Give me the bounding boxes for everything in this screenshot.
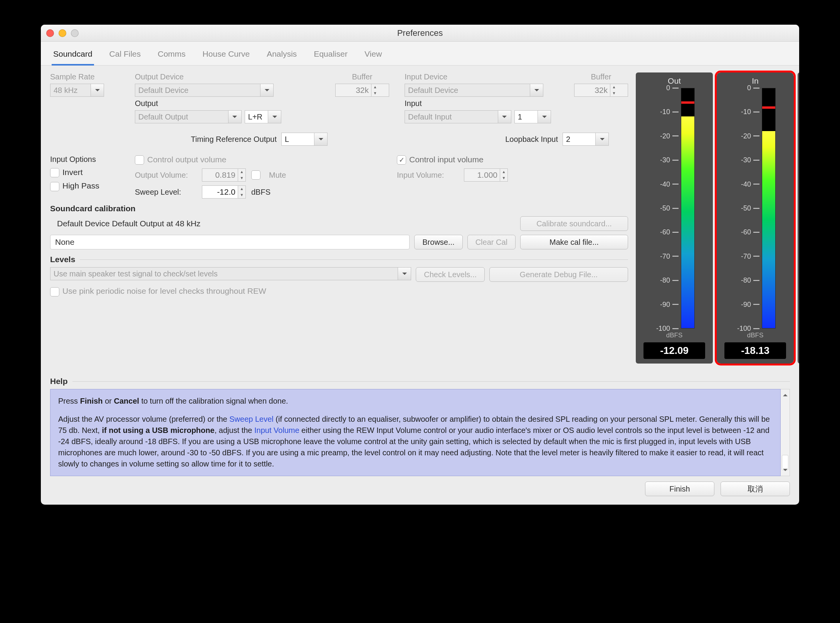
output-channel-select[interactable]: L+R [245, 110, 281, 123]
meters-panel: Out 0-10-20-30-40-50-60-70-80-90-100 dBF… [636, 72, 799, 364]
help-text: Press Finish or Cancel to turn off the c… [50, 389, 781, 476]
tab-house-curve[interactable]: House Curve [201, 47, 252, 65]
control-input-volume-checkbox[interactable] [397, 155, 406, 165]
meter-in-readout: -18.13 [724, 342, 786, 359]
soundcard-calibration-title: Soundcard calibration [50, 204, 628, 213]
cancel-button[interactable]: 取消 [721, 482, 790, 496]
calibrate-soundcard-button[interactable]: Calibrate soundcard... [520, 216, 628, 231]
sweep-level-label: Sweep Level: [135, 188, 197, 197]
input-device-select[interactable]: Default Device [405, 84, 543, 97]
meter-in: In 0-10-20-30-40-50-60-70-80-90-100 dBFS… [717, 72, 794, 364]
sweep-level-input[interactable]: -12.0▲▼ [202, 185, 246, 199]
invert-label: Invert [62, 168, 83, 177]
pink-noise-checkbox[interactable] [50, 287, 59, 296]
titlebar[interactable]: Preferences [41, 25, 799, 42]
meter-out: Out 0-10-20-30-40-50-60-70-80-90-100 dBF… [636, 72, 713, 364]
invert-checkbox[interactable] [50, 168, 59, 177]
calibration-file-input[interactable]: None [50, 235, 410, 249]
scroll-up-icon[interactable] [783, 392, 788, 396]
timing-ref-select[interactable]: L [281, 133, 328, 146]
finish-button[interactable]: Finish [645, 482, 714, 496]
window-title: Preferences [41, 28, 799, 38]
buffer-in-label: Buffer [574, 72, 628, 81]
input-select[interactable]: Default Input [405, 110, 511, 123]
input-device-label: Input Device [405, 72, 551, 81]
input-options-label: Input Options [50, 155, 127, 164]
output-label: Output [135, 99, 281, 108]
buffer-out-label: Buffer [335, 72, 389, 81]
levels-title: Levels [50, 255, 628, 264]
output-select[interactable]: Default Output [135, 110, 242, 123]
sample-rate-label: Sample Rate [50, 72, 127, 81]
tab-cal-files[interactable]: Cal Files [108, 47, 143, 65]
help-scrollbar[interactable] [781, 389, 790, 476]
meter-ref: Ref In 0-10-20-30-40-50-60-70-80-90-100 … [798, 72, 799, 364]
loopback-select[interactable]: 2 [563, 133, 609, 146]
buffer-out-input[interactable]: 32k ▲▼ [335, 84, 389, 97]
highpass-label: High Pass [62, 181, 99, 190]
buffer-in-input[interactable]: 32k ▲▼ [574, 84, 628, 97]
output-volume-label: Output Volume: [135, 171, 197, 180]
tab-soundcard[interactable]: Soundcard [52, 47, 94, 66]
scroll-down-icon[interactable] [783, 469, 788, 473]
control-output-volume-label: Control output volume [147, 155, 226, 164]
output-device-label: Output Device [135, 72, 281, 81]
tab-comms[interactable]: Comms [156, 47, 187, 65]
help-title: Help [50, 377, 790, 386]
input-label: Input [405, 99, 551, 108]
sweep-unit: dBFS [251, 188, 270, 197]
input-volume-input[interactable]: 1.000▲▼ [464, 168, 508, 182]
output-volume-input[interactable]: 0.819▲▼ [202, 168, 246, 182]
pink-noise-label: Use pink periodic noise for level checks… [62, 286, 266, 295]
calibration-device-line: Default Device Default Output at 48 kHz [57, 219, 200, 228]
tab-bar: Soundcard Cal Files Comms House Curve An… [41, 42, 799, 66]
browse-button[interactable]: Browse... [414, 235, 462, 249]
tab-equaliser[interactable]: Equaliser [312, 47, 349, 65]
timing-ref-label: Timing Reference Output [191, 135, 277, 144]
loopback-label: Loopback Input [505, 135, 558, 144]
make-cal-file-button[interactable]: Make cal file... [520, 235, 628, 249]
preferences-window: Preferences Soundcard Cal Files Comms Ho… [41, 25, 799, 505]
chevron-down-icon: ▼ [371, 90, 379, 96]
sample-rate-select[interactable]: 48 kHz [50, 84, 104, 97]
output-device-select[interactable]: Default Device [135, 84, 274, 97]
chevron-up-icon: ▲ [371, 84, 379, 90]
mute-label: Mute [269, 171, 286, 180]
clear-cal-button[interactable]: Clear Cal [467, 235, 516, 249]
generate-debug-file-button[interactable]: Generate Debug File... [489, 267, 628, 282]
levels-signal-select[interactable]: Use main speaker test signal to check/se… [50, 267, 411, 280]
tab-analysis[interactable]: Analysis [265, 47, 298, 65]
input-volume-label: Input Volume: [397, 171, 459, 180]
check-levels-button[interactable]: Check Levels... [416, 267, 485, 282]
input-volume-link[interactable]: Input Volume [254, 426, 299, 434]
meter-out-readout: -12.09 [643, 342, 705, 359]
control-input-volume-label: Control input volume [409, 155, 484, 164]
control-output-volume-checkbox[interactable] [135, 155, 144, 165]
highpass-checkbox[interactable] [50, 182, 59, 191]
mute-checkbox[interactable] [251, 170, 260, 180]
input-channel-select[interactable]: 1 [514, 110, 551, 123]
tab-view[interactable]: View [363, 47, 383, 65]
scroll-thumb[interactable] [782, 455, 788, 470]
sweep-level-link[interactable]: Sweep Level [229, 415, 274, 423]
